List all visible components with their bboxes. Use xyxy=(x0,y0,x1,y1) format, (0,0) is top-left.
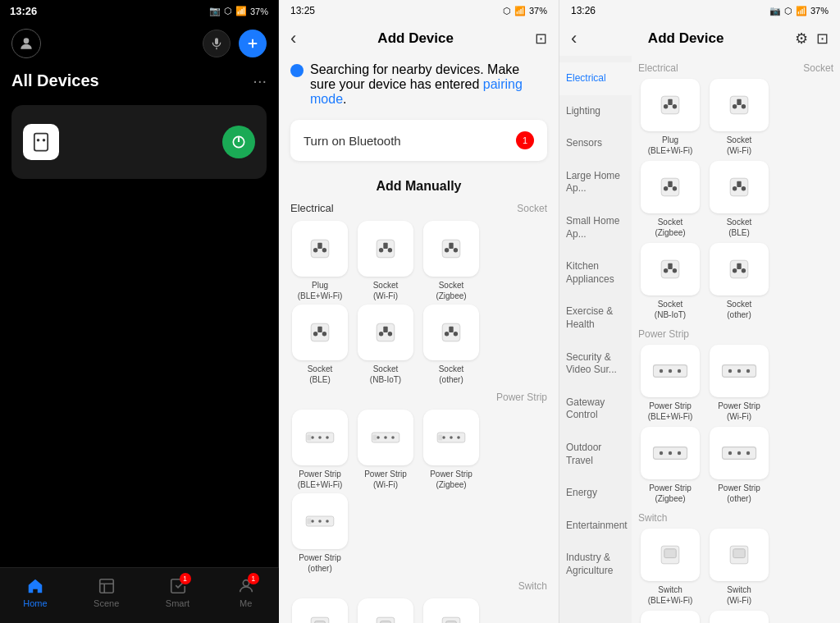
p3-switch-ble-wifi[interactable]: Switch(BLE+Wi-Fi) xyxy=(638,529,702,606)
nav-electrical[interactable]: Electrical xyxy=(559,62,632,95)
device-socket-zigbee[interactable]: Socket(Zigbee) xyxy=(422,221,481,301)
p3-plug-ble-wifi[interactable]: Plug(BLE+Wi-Fi) xyxy=(638,79,702,156)
p3-socket-wifi[interactable]: Socket(Wi-Fi) xyxy=(707,79,771,156)
add-button[interactable] xyxy=(239,30,267,57)
svg-point-47 xyxy=(442,436,445,439)
p3-socket-nb[interactable]: Socket(NB-IoT) xyxy=(638,243,702,320)
device-socket-other[interactable]: Socket(other) xyxy=(422,305,481,385)
svg-point-86 xyxy=(673,268,677,273)
p3-socket-ble[interactable]: Socket(BLE) xyxy=(707,161,771,238)
svg-point-97 xyxy=(728,369,732,373)
svg-point-18 xyxy=(388,248,392,252)
status-icons-p1: 📷 ⬡ 📶 37% xyxy=(209,6,268,16)
socket-nb-icon xyxy=(358,305,413,360)
p3-socket-zigbee[interactable]: Socket(Zigbee) xyxy=(638,161,702,238)
back-button-p3[interactable]: ‹ xyxy=(571,28,577,49)
device-strip-ble-wifi[interactable]: Power Strip(BLE+Wi-Fi) xyxy=(290,410,349,490)
svg-point-42 xyxy=(377,436,380,439)
p3-switch-ble[interactable]: Switch(BLE) xyxy=(707,611,771,623)
svg-point-78 xyxy=(673,186,677,190)
power-button[interactable] xyxy=(222,126,255,158)
socket-zigbee-icon xyxy=(423,221,479,277)
nav-smart[interactable]: 1 Smart xyxy=(166,576,189,608)
svg-point-22 xyxy=(454,248,458,252)
svg-rect-23 xyxy=(449,243,453,249)
nav-industry[interactable]: Industry & Agriculture xyxy=(559,542,632,587)
nav-scene[interactable]: Scene xyxy=(94,576,119,608)
p3-switch-zigbee[interactable]: Switch(Zigbee) xyxy=(638,611,702,623)
p3-strip-ble-wifi-icon xyxy=(641,345,700,397)
bluetooth-bar[interactable]: Turn on Bluetooth 1 xyxy=(290,120,547,161)
svg-point-54 xyxy=(326,520,329,523)
nav-kitchen[interactable]: Kitchen Appliances xyxy=(559,250,632,295)
p3-switch-wifi[interactable]: Switch(Wi-Fi) xyxy=(707,529,771,606)
switch-1-icon xyxy=(292,598,348,623)
svg-rect-109 xyxy=(664,549,676,558)
svg-rect-1 xyxy=(215,38,218,44)
avatar[interactable] xyxy=(11,29,41,58)
strip-grid-2: Power Strip(other) xyxy=(290,493,547,574)
p3-strip-wifi[interactable]: Power Strip(Wi-Fi) xyxy=(707,345,771,422)
device-strip-other[interactable]: Power Strip(other) xyxy=(290,493,349,574)
svg-rect-35 xyxy=(449,327,453,332)
svg-point-6 xyxy=(37,139,40,142)
expand-button-p2[interactable]: ⊡ xyxy=(535,30,547,48)
nav-large-home[interactable]: Large Home Ap... xyxy=(559,160,632,205)
p3-socket-other[interactable]: Socket(other) xyxy=(707,243,771,320)
svg-point-81 xyxy=(733,186,737,190)
svg-point-13 xyxy=(313,248,317,252)
svg-point-98 xyxy=(737,369,741,373)
back-button-p2[interactable]: ‹ xyxy=(290,28,296,49)
svg-rect-71 xyxy=(668,99,672,105)
nav-energy[interactable]: Energy xyxy=(559,477,632,510)
nav-gateway[interactable]: Gateway Control xyxy=(559,387,632,432)
nav-entertainment[interactable]: Entertainment xyxy=(559,510,632,543)
nav-outdoor[interactable]: Outdoor Travel xyxy=(559,432,632,477)
p3-strip-other[interactable]: Power Strip(other) xyxy=(707,427,771,504)
device-socket-nb[interactable]: Socket(NB-IoT) xyxy=(356,305,415,385)
p3-strip-ble-wifi[interactable]: Power Strip(BLE+Wi-Fi) xyxy=(638,345,702,422)
svg-point-49 xyxy=(457,436,460,439)
p3-strip-zigbee-icon xyxy=(641,427,700,479)
p3-strip-wifi-icon xyxy=(710,345,769,397)
device-card[interactable] xyxy=(11,105,267,179)
strip-other-icon xyxy=(292,493,348,549)
device-strip-zigbee[interactable]: Power Strip(Zigbee) xyxy=(422,410,481,490)
svg-point-85 xyxy=(664,268,668,273)
strip-ble-wifi-icon xyxy=(292,410,348,465)
nav-exercise[interactable]: Exercise & Health xyxy=(559,295,632,341)
nav-home[interactable]: Home xyxy=(23,576,47,608)
nav-security[interactable]: Security & Video Sur... xyxy=(559,341,632,387)
p3-main-content: Electrical Lighting Sensors Large Home A… xyxy=(559,56,840,623)
device-strip-wifi[interactable]: Power Strip(Wi-Fi) xyxy=(356,410,415,490)
nav-lighting[interactable]: Lighting xyxy=(559,95,632,128)
mic-button[interactable] xyxy=(203,30,231,57)
p3-strip-zigbee[interactable]: Power Strip(Zigbee) xyxy=(638,427,702,504)
device-plug-ble-wifi[interactable]: Plug(BLE+Wi-Fi) xyxy=(290,221,349,301)
more-options-button[interactable]: ··· xyxy=(253,71,267,90)
svg-point-101 xyxy=(660,451,663,455)
p3-switch-ble-icon xyxy=(710,611,769,623)
device-socket-wifi[interactable]: Socket(Wi-Fi) xyxy=(356,221,415,301)
nav-small-home[interactable]: Small Home Ap... xyxy=(559,205,632,250)
nav-sensors[interactable]: Sensors xyxy=(559,127,632,160)
panel-add-device-middle: 13:25 ⬡ 📶 37% ‹ Add Device ⊡ Searching f… xyxy=(279,0,559,623)
expand-button-p3[interactable]: ⊡ xyxy=(816,30,829,48)
p3-device-content: Electrical Socket Plug(BLE+Wi-Fi) xyxy=(632,56,840,623)
svg-point-25 xyxy=(313,332,317,336)
device-switch-1[interactable] xyxy=(290,598,349,623)
device-switch-3[interactable] xyxy=(422,598,481,623)
device-socket-ble[interactable]: Socket(BLE) xyxy=(290,305,349,385)
info-text: Searching for nearby devices. Make sure … xyxy=(310,62,547,107)
svg-rect-27 xyxy=(317,327,322,332)
time-p3: 13:26 xyxy=(571,5,596,16)
settings-icon-p3[interactable]: ⚙ xyxy=(795,30,808,48)
battery-p1: 37% xyxy=(250,7,268,16)
svg-point-44 xyxy=(391,436,395,439)
svg-point-69 xyxy=(664,104,668,108)
svg-point-90 xyxy=(742,268,746,273)
device-switch-2[interactable] xyxy=(356,598,415,623)
nav-me[interactable]: 1 Me xyxy=(236,576,256,608)
p3-socket-nb-icon xyxy=(641,243,700,295)
p3-socket-other-label: Socket(other) xyxy=(727,299,752,320)
